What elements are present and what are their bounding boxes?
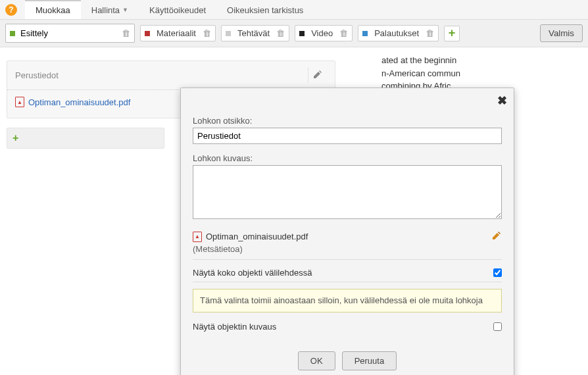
section-tab-label: Tehtävät bbox=[235, 28, 272, 38]
section-tab-input[interactable] bbox=[19, 27, 118, 39]
pdf-icon: ▲ bbox=[15, 97, 24, 107]
section-tab-label: Video bbox=[308, 28, 335, 38]
modal-header: ✖ bbox=[181, 88, 514, 113]
file-name: Optiman_ominaisuudet.pdf bbox=[28, 97, 130, 107]
top-tab-label: Käyttöoikeudet bbox=[149, 5, 206, 15]
block-title: Perustiedot bbox=[15, 70, 308, 80]
top-tab-hallinta[interactable]: Hallinta▼ bbox=[81, 1, 139, 19]
tab-color-bullet bbox=[10, 31, 15, 36]
done-button[interactable]: Valmis bbox=[540, 24, 583, 42]
top-menu-bar: ? Muokkaa Hallinta▼ Käyttöoikeudet Oikeu… bbox=[0, 0, 588, 20]
edit-block-modal: ✖ Lohkon otsikko: Lohkon kuvaus: ▲ Optim… bbox=[180, 88, 514, 162]
top-tab-kayttooikeudet[interactable]: Käyttöoikeudet bbox=[139, 1, 216, 19]
plus-icon: + bbox=[12, 132, 18, 143]
help-icon[interactable]: ? bbox=[5, 4, 17, 16]
chevron-down-icon: ▼ bbox=[122, 7, 128, 13]
trash-icon[interactable]: 🗑 bbox=[426, 28, 434, 38]
section-tab-tehtavat[interactable]: Tehtävät 🗑 bbox=[221, 25, 289, 41]
trash-icon[interactable]: 🗑 bbox=[339, 28, 348, 38]
close-icon[interactable]: ✖ bbox=[497, 93, 507, 108]
trash-icon[interactable]: 🗑 bbox=[276, 28, 285, 38]
section-tab-esittely[interactable]: 🗑 bbox=[5, 24, 135, 43]
modal-body: Lohkon otsikko: Lohkon kuvaus: ▲ Optiman… bbox=[181, 113, 514, 162]
block-header: Perustiedot bbox=[7, 61, 335, 90]
tab-color-bullet bbox=[226, 31, 231, 36]
section-tab-label: Palautukset bbox=[372, 28, 422, 38]
top-tab-muokkaa[interactable]: Muokkaa bbox=[25, 0, 81, 19]
tab-color-bullet bbox=[362, 31, 368, 36]
add-tab-button[interactable]: + bbox=[444, 26, 460, 41]
top-tab-label: Oikeuksien tarkistus bbox=[227, 5, 303, 15]
top-tab-oikeuksien-tarkistus[interactable]: Oikeuksien tarkistus bbox=[216, 1, 314, 19]
edit-block-icon[interactable] bbox=[308, 68, 327, 83]
tab-color-bullet bbox=[299, 31, 305, 36]
section-tab-video[interactable]: Video 🗑 bbox=[295, 25, 353, 41]
trash-icon[interactable]: 🗑 bbox=[203, 28, 211, 38]
section-tab-materiaalit[interactable]: Materiaalit 🗑 bbox=[140, 25, 216, 41]
field-title-label: Lohkon otsikko: bbox=[193, 116, 502, 126]
block-title-input[interactable] bbox=[193, 128, 502, 144]
section-tab-palautukset[interactable]: Palautukset 🗑 bbox=[358, 25, 439, 41]
field-desc-label: Lohkon kuvaus: bbox=[193, 153, 502, 162]
add-block-area[interactable]: + bbox=[7, 128, 164, 149]
section-tab-label: Materiaalit bbox=[154, 28, 199, 38]
top-tab-label: Muokkaa bbox=[36, 5, 70, 15]
trash-icon[interactable]: 🗑 bbox=[122, 28, 130, 38]
section-tabs-row: 🗑 Materiaalit 🗑 Tehtävät 🗑 Video 🗑 Palau… bbox=[0, 20, 588, 47]
top-tab-label: Hallinta bbox=[91, 5, 120, 15]
tab-color-bullet bbox=[145, 31, 150, 36]
